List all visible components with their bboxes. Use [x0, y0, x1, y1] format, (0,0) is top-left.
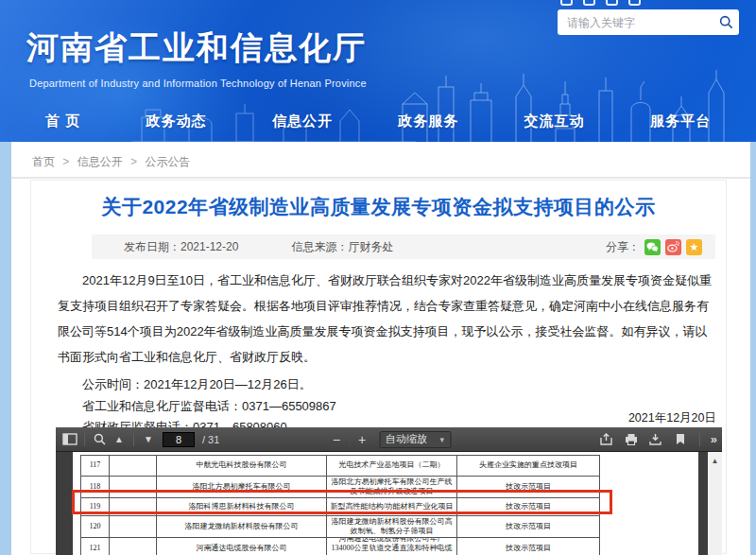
publish-date: 发布日期：2021-12-20 — [124, 239, 238, 255]
breadcrumb-divider — [11, 177, 750, 179]
breadcrumb: 首页 > 信息公开 > 公示公告 — [32, 154, 190, 170]
zoom-mode-select[interactable]: 自动缩放 ▾ — [379, 431, 451, 448]
page-content-area: 首页 > 信息公开 > 公示公告 关于2022年省级制造业高质量发展专项资金拟支… — [11, 142, 750, 555]
info-source: 信息来源：厅财务处 — [291, 239, 393, 255]
open-file-icon[interactable] — [598, 430, 615, 449]
top-quick-icon-2[interactable] — [583, 0, 595, 6]
nav-item-service-platform[interactable]: 服务平台 — [650, 113, 711, 130]
scroll-up-icon[interactable]: ▲ — [708, 457, 722, 465]
cell-company: 河南通达电缆股份有限公司 — [156, 538, 326, 555]
site-banner: 河南省工业和信息化厅 Department of Industry and In… — [0, 0, 756, 142]
main-nav: 首 页 政务动态 信息公开 政务服务 交流互动 服务平台 — [0, 106, 756, 136]
header-quick-links — [560, 0, 641, 6]
breadcrumb-separator: > — [62, 155, 69, 168]
breadcrumb-info-disclosure[interactable]: 信息公开 — [77, 155, 123, 168]
site-title: 河南省工业和信息化厅 — [26, 26, 367, 70]
cell-company: 洛阳建龙微纳新材料股份有限公司 — [156, 516, 326, 537]
site-search — [558, 9, 739, 35]
cell-no: 120 — [80, 516, 109, 537]
cell-category: 头雁企业实施的重点技改项目 — [456, 456, 600, 476]
table-row: 121 河南通达电缆股份有限公司 河南通达电缆股份有限公司年产134000公里轨… — [80, 538, 600, 555]
zoom-mode-value: 自动缩放 — [386, 432, 427, 446]
nav-item-gov-services[interactable]: 政务服务 — [398, 113, 458, 130]
cell-category: 技改示范项目 — [456, 538, 600, 555]
cell-region — [109, 538, 156, 555]
pdf-content-area: 117 中航光电科技股份有限公司 光电技术产业基地项目（二期） 头雁企业实施的重… — [56, 452, 722, 555]
star-icon: ★ — [690, 242, 699, 252]
breadcrumb-separator: > — [130, 155, 137, 168]
cell-company: 中航光电科技股份有限公司 — [156, 456, 326, 476]
cell-category: 技改示范项目 — [456, 516, 600, 537]
cell-region — [109, 456, 156, 476]
share-label: 分享： — [606, 239, 640, 255]
site-subtitle: Department of Industry and Information T… — [29, 78, 367, 89]
toolbar-divider — [699, 433, 700, 446]
print-icon[interactable] — [623, 430, 640, 449]
cell-region — [109, 516, 156, 537]
paragraph-public-period: 公示时间：2021年12月20日—12月26日。 — [58, 374, 718, 396]
download-icon[interactable] — [647, 430, 664, 449]
breadcrumb-home[interactable]: 首页 — [32, 155, 55, 168]
zoom-in-icon[interactable]: + — [352, 430, 371, 449]
cell-no: 121 — [80, 538, 109, 555]
wechat-share-icon[interactable] — [644, 239, 661, 255]
search-icon[interactable] — [719, 15, 733, 29]
cell-project: 河南通达电缆股份有限公司年产134000公里轨道交通直流和特种电缆项目 — [326, 538, 456, 555]
page-count: / 31 — [202, 434, 219, 445]
table-row: 117 中航光电科技股份有限公司 光电技术产业基地项目（二期） 头雁企业实施的重… — [80, 456, 600, 477]
toolbar-divider — [133, 433, 134, 446]
page-number-input[interactable] — [163, 432, 195, 447]
nav-item-home[interactable]: 首 页 — [45, 113, 80, 130]
page-down-icon[interactable]: ▼ — [140, 430, 157, 449]
page-up-icon[interactable]: ▲ — [111, 430, 128, 449]
zoom-out-icon[interactable]: − — [327, 430, 346, 449]
cell-project: 光电技术产业基地项目（二期） — [326, 456, 456, 476]
cell-no: 117 — [80, 456, 109, 476]
nav-item-info-disclosure[interactable]: 信息公开 — [272, 113, 333, 130]
weibo-share-icon[interactable] — [665, 239, 681, 255]
bookmark-icon[interactable] — [672, 430, 689, 449]
nav-item-gov-news[interactable]: 政务动态 — [146, 113, 207, 130]
top-quick-icon-3[interactable] — [606, 0, 618, 6]
article-date: 2021年12月20日 — [628, 410, 716, 426]
article-meta-bar: 发布日期：2021-12-20 信息来源：厅财务处 分享： — [92, 234, 715, 259]
search-input[interactable] — [558, 16, 719, 29]
top-quick-icon-1[interactable] — [560, 0, 573, 6]
breadcrumb-current: 公示公告 — [145, 155, 190, 168]
pdf-toolbar: ▲ ▼ / 31 − + 自动缩放 ▾ — [56, 427, 722, 452]
cell-project: 洛阳建龙微纳新材料股份有限公司高效制氧、制氢分子筛项目 — [326, 516, 456, 537]
more-tools-icon[interactable]: » — [711, 432, 716, 446]
table-row: 120 洛阳建龙微纳新材料股份有限公司 洛阳建龙微纳新材料股份有限公司高效制氧、… — [80, 516, 600, 538]
red-highlight-box — [72, 490, 612, 514]
chevron-down-icon: ▾ — [439, 435, 444, 444]
page-title: 关于2022年省级制造业高质量发展专项资金拟支持项目的公示 — [31, 194, 726, 220]
paragraph-announcement: 2021年12月9日至10日，省工业和信息化厅、省财政厅联合组织专家对2022年… — [58, 268, 718, 370]
top-quick-icon-4[interactable] — [628, 0, 641, 6]
paragraph-phone-miit: 省工业和信息化厅监督电话：0371—65509867 — [58, 396, 718, 418]
sidebar-toggle-icon[interactable] — [61, 430, 78, 449]
toolbar-divider — [349, 433, 350, 446]
find-icon[interactable] — [91, 430, 108, 449]
article-container: 关于2022年省级制造业高质量发展专项资金拟支持项目的公示 发布日期：2021-… — [30, 180, 727, 554]
nav-item-interaction[interactable]: 交流互动 — [524, 113, 585, 130]
toolbar-divider — [84, 433, 85, 446]
qzone-share-icon[interactable]: ★ — [686, 239, 702, 255]
pdf-scrollbar[interactable]: ▲ — [708, 452, 722, 555]
pdf-viewer: ▲ ▼ / 31 − + 自动缩放 ▾ — [56, 427, 722, 555]
